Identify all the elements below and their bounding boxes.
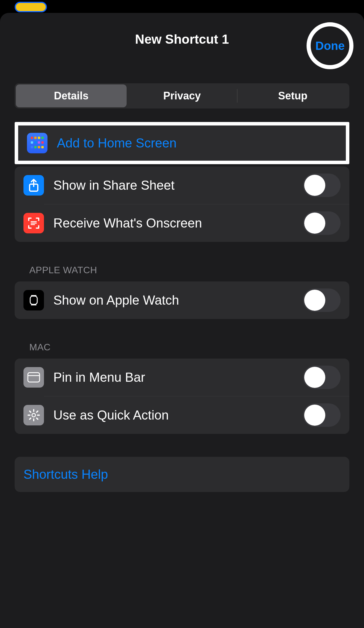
svg-rect-1 [30, 296, 37, 304]
shortcuts-help-row[interactable]: Shortcuts Help [15, 457, 349, 492]
add-to-home-highlight: Add to Home Screen [15, 122, 349, 164]
pin-in-menu-bar-label: Pin in Menu Bar [53, 370, 303, 385]
sheet-header: New Shortcut 1 Done [0, 13, 364, 66]
add-to-home-screen-row[interactable]: Add to Home Screen [18, 125, 346, 161]
gear-icon [23, 405, 44, 425]
share-sheet-row: Show in Share Sheet [15, 167, 349, 204]
apple-watch-section-header: APPLE WATCH [15, 265, 349, 281]
done-highlight-circle: Done [307, 22, 353, 69]
background-app-peek [15, 2, 47, 12]
show-on-apple-watch-label: Show on Apple Watch [53, 293, 303, 308]
svg-line-12 [30, 418, 31, 419]
mac-section-header: MAC [15, 342, 349, 359]
share-icon [23, 175, 44, 196]
show-on-apple-watch-row: Show on Apple Watch [15, 281, 349, 319]
tab-privacy[interactable]: Privacy [127, 84, 237, 107]
quick-action-toggle[interactable] [303, 403, 341, 427]
homescreen-icon [27, 133, 47, 153]
page-title: New Shortcut 1 [135, 32, 229, 47]
share-sheet-label: Show in Share Sheet [53, 178, 303, 193]
details-tabs: Details Privacy Setup [15, 83, 349, 108]
add-to-home-screen-label: Add to Home Screen [57, 136, 337, 150]
receive-onscreen-label: Receive What's Onscreen [53, 216, 303, 230]
menu-bar-icon [23, 367, 44, 388]
tab-details[interactable]: Details [16, 84, 127, 107]
tab-setup[interactable]: Setup [237, 84, 348, 107]
done-button[interactable]: Done [315, 39, 345, 52]
svg-line-10 [37, 418, 38, 419]
receive-onscreen-row: Receive What's Onscreen [15, 204, 349, 242]
svg-line-9 [30, 411, 31, 412]
use-as-quick-action-label: Use as Quick Action [53, 408, 303, 422]
details-sheet: New Shortcut 1 Done Details Privacy Setu… [0, 13, 364, 628]
onscreen-icon [23, 213, 44, 233]
pin-menu-bar-toggle[interactable] [303, 366, 341, 389]
svg-rect-2 [28, 373, 40, 382]
apple-watch-icon [23, 290, 44, 310]
apple-watch-toggle[interactable] [303, 288, 341, 312]
svg-point-4 [32, 413, 35, 417]
svg-line-11 [37, 411, 38, 412]
share-sheet-toggle[interactable] [303, 174, 341, 197]
use-as-quick-action-row: Use as Quick Action [15, 396, 349, 434]
receive-onscreen-toggle[interactable] [303, 211, 341, 235]
pin-in-menu-bar-row: Pin in Menu Bar [15, 359, 349, 396]
shortcuts-help-label: Shortcuts Help [23, 467, 341, 482]
